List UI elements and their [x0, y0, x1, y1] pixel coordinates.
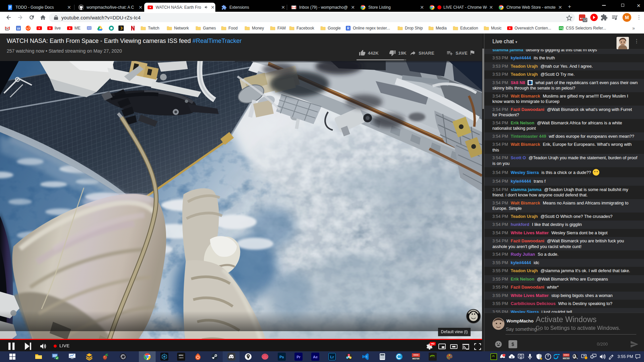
- svg-text:R: R: [347, 26, 350, 30]
- svg-text:EPIC: EPIC: [179, 354, 184, 356]
- svg-text:Lr: Lr: [330, 355, 334, 359]
- svg-text:!: !: [541, 358, 541, 359]
- svg-text:MEETER: MEETER: [413, 358, 420, 360]
- svg-text:VOICE: VOICE: [564, 354, 569, 356]
- svg-text:$: $: [512, 342, 514, 347]
- svg-text:Ps: Ps: [279, 355, 284, 359]
- svg-text:MEETER: MEETER: [563, 357, 570, 359]
- svg-text:VOICE: VOICE: [413, 354, 419, 356]
- svg-text:Ae: Ae: [313, 355, 318, 359]
- svg-text:15: 15: [17, 27, 20, 30]
- svg-text:GAMES: GAMES: [179, 357, 184, 359]
- svg-text:Pr: Pr: [297, 355, 301, 359]
- svg-text:100+: 100+: [5, 29, 9, 31]
